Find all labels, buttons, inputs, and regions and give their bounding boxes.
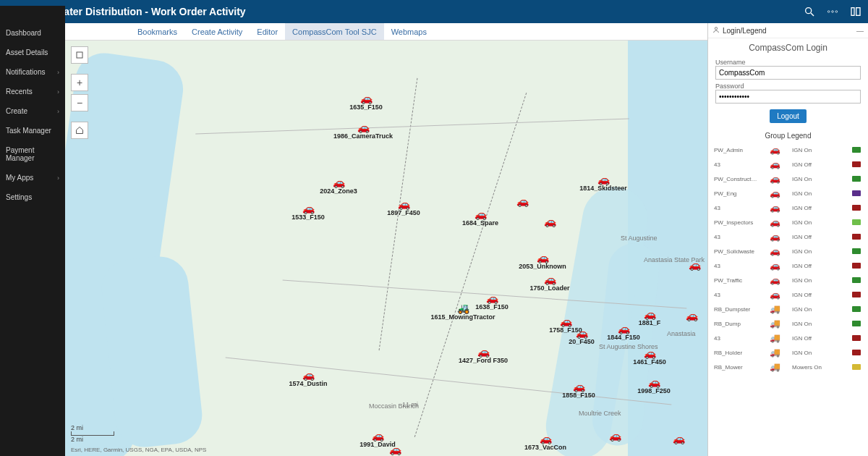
car-icon: 🚗 [372, 431, 384, 441]
sidebar-item-settings[interactable]: Settings [0, 187, 65, 207]
vehicle-marker[interactable]: 🚗1758_F150 [560, 316, 572, 326]
legend-row[interactable]: PW_Solidwaste🚗IGN On [708, 244, 868, 258]
legend-group-name: 43 [714, 292, 757, 298]
sidebar-item-recents[interactable]: Recents› [0, 82, 65, 101]
car-icon: 🚗 [477, 347, 490, 357]
toolbar-tab-webmaps[interactable]: Webmaps [384, 23, 434, 40]
svg-point-0 [806, 8, 812, 14]
place-label: Anastasia State Park [644, 256, 705, 263]
vehicle-label: 1814_Skidsteer [579, 185, 627, 192]
vehicle-marker[interactable]: 🚗 [544, 216, 556, 227]
legend-row[interactable]: PW_Traffic🚗IGN On [708, 273, 868, 287]
toolbar: BookmarksCreate ActivityEditorCompassCom… [65, 23, 707, 41]
sidebar-item-notifications[interactable]: Notifications› [0, 62, 65, 82]
vehicle-marker[interactable]: 🚗1533_F150 [302, 203, 315, 214]
map-canvas[interactable]: + − 🚗1635_F150🚗1986_CameraTruck🚗2024_Zon… [65, 41, 707, 456]
vehicle-marker[interactable]: 🚗 [389, 444, 401, 455]
login-legend-panel: Login/Legend — CompassCom Login Username… [707, 23, 868, 456]
sidebar-item-payment-manager[interactable]: Payment Manager [0, 140, 65, 168]
legend-row[interactable]: PW_Inspectors🚗IGN On [708, 215, 868, 229]
legend-row[interactable]: 43🚗IGN Off [708, 157, 868, 172]
legend-row[interactable]: RB_Mower🚚Mowers On [708, 360, 868, 374]
vehicle-marker[interactable]: 🚗1750_Loader [544, 274, 556, 284]
minimize-icon[interactable]: — [856, 27, 864, 35]
username-input[interactable] [715, 66, 861, 80]
legend-row[interactable]: RB_Holder🚚IGN On [708, 345, 868, 360]
default-extent-button[interactable] [71, 46, 88, 64]
vehicle-marker[interactable]: 🚗1897_F450 [398, 199, 410, 209]
legend-row[interactable]: RB_Dumpster🚚IGN On [708, 302, 868, 316]
vehicle-marker[interactable]: 🚜1615_MowingTractor [457, 303, 469, 313]
more-icon[interactable] [826, 5, 839, 18]
vehicle-marker[interactable]: 🚗1844_F150 [618, 324, 630, 334]
legend-swatch [852, 263, 861, 269]
panel-toggle-icon[interactable] [849, 5, 862, 18]
vehicle-marker[interactable]: 🚗 [686, 311, 698, 321]
sidebar-item-asset-details[interactable]: Asset Details [0, 43, 65, 62]
vehicle-marker[interactable]: 🚗 [673, 434, 685, 444]
vehicle-marker[interactable]: 🚗1998_F250 [648, 377, 660, 387]
password-input[interactable] [715, 90, 861, 104]
legend-row[interactable]: PW_Eng🚗IGN On [708, 186, 868, 200]
vehicle-marker[interactable]: 🚗1881_F [644, 309, 656, 319]
legend-status: IGN Off [792, 205, 849, 211]
legend-swatch [852, 364, 861, 370]
vehicle-marker[interactable]: 🚗1673_VacCon [540, 434, 552, 444]
sidebar-item-dashboard[interactable]: Dashboard [0, 23, 65, 43]
legend-status: IGN On [792, 219, 849, 226]
sidebar-item-my-apps[interactable]: My Apps› [0, 168, 65, 187]
legend-row[interactable]: 43🚚IGN Off [708, 331, 868, 345]
vehicle-marker[interactable]: 🚗 [609, 431, 621, 441]
vehicle-marker[interactable]: 🚗1635_F150 [360, 93, 373, 104]
legend-status: IGN Off [792, 263, 849, 269]
legend-row[interactable]: 43🚗IGN Off [708, 229, 868, 244]
legend-row[interactable]: RB_Dump🚚IGN On [708, 316, 868, 331]
vehicle-marker[interactable]: 🚗 [516, 196, 529, 206]
zoom-out-button[interactable]: − [71, 94, 88, 111]
vehicle-marker[interactable]: 🚗1427_Ford F350 [477, 347, 490, 357]
legend-group-name: RB_Dump [714, 321, 757, 327]
search-icon[interactable] [803, 5, 816, 18]
vehicle-marker[interactable]: 🚗1991_David [372, 431, 384, 441]
vehicle-marker[interactable]: 🚗1858_F150 [573, 381, 585, 392]
legend-row[interactable]: 43🚗IGN Off [708, 258, 868, 273]
legend-group-name: PW_Construction [714, 176, 757, 182]
vehicle-label: 1461_F450 [633, 358, 666, 366]
legend-swatch [852, 335, 861, 341]
panel-title: CompassCom Login [708, 38, 868, 56]
toolbar-tab-compasscom-tool-sjc[interactable]: CompassCom Tool SJC [285, 23, 384, 40]
car-icon: 🚗 [475, 209, 487, 219]
toolbar-tab-create-activity[interactable]: Create Activity [184, 23, 250, 40]
legend-group-name: RB_Mower [714, 364, 757, 371]
sidebar-item-task-manager[interactable]: Task Manager [0, 121, 65, 140]
vehicle-marker[interactable]: 🚗1638_F150 [486, 293, 498, 303]
car-icon: 🚗 [609, 431, 621, 441]
vehicle-marker[interactable]: 🚗1684_Spare [475, 209, 487, 219]
legend-swatch [852, 350, 861, 355]
logout-button[interactable]: Logout [770, 109, 807, 123]
legend-row[interactable]: PW_Admin🚗IGN On [708, 143, 868, 157]
car-icon: 🚗 [597, 174, 610, 185]
vehicle-marker[interactable]: 🚗1986_CameraTruck [357, 122, 370, 132]
vehicle-marker[interactable]: 🚗20_F450 [576, 328, 588, 338]
legend-row[interactable]: 43🚗IGN Off [708, 287, 868, 302]
home-button[interactable] [71, 122, 88, 139]
legend-row[interactable]: PW_Construction🚗IGN On [708, 172, 868, 186]
toolbar-tab-editor[interactable]: Editor [250, 23, 285, 40]
legend-status: IGN Off [792, 292, 849, 298]
sidebar-item-create[interactable]: Create› [0, 101, 65, 121]
vehicle-marker[interactable]: 🚗1814_Skidsteer [597, 174, 610, 185]
truck-icon: 🚚 [760, 333, 789, 343]
legend-status: IGN On [792, 306, 849, 313]
toolbar-tab-bookmarks[interactable]: Bookmarks [130, 23, 184, 40]
legend-status: IGN Off [792, 234, 849, 240]
legend-group-name: PW_Inspectors [714, 219, 757, 226]
legend-row[interactable]: 43🚗IGN Off [708, 200, 868, 215]
zoom-in-button[interactable]: + [71, 74, 88, 91]
legend-group-name: RB_Holder [714, 350, 757, 356]
vehicle-marker[interactable]: 🚗1574_Dustin [302, 370, 315, 380]
vehicle-marker[interactable]: 🚗2024_Zone3 [333, 177, 345, 187]
legend-status: IGN On [792, 350, 849, 356]
svg-line-1 [811, 13, 814, 16]
vehicle-marker[interactable]: 🚗2053_Unknown [537, 253, 549, 263]
